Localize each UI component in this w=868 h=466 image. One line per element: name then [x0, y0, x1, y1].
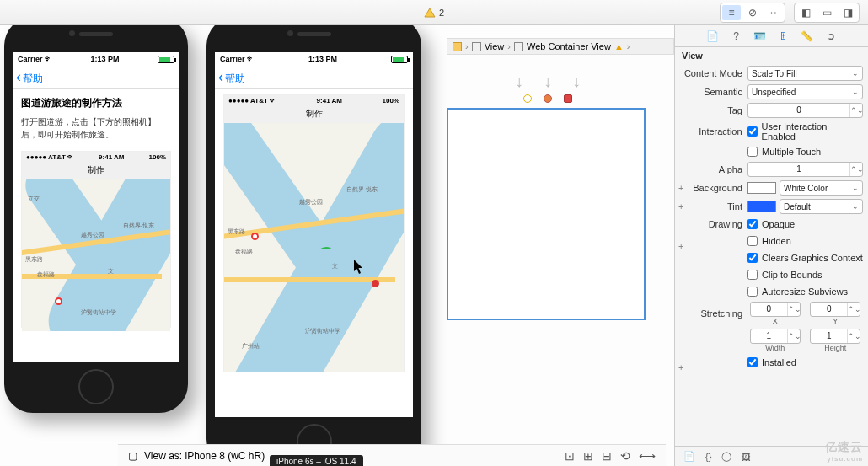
media-library-icon[interactable]: 🖼: [742, 452, 751, 462]
left-panel-icon[interactable]: ◧: [796, 5, 815, 20]
tint-select[interactable]: Default: [780, 199, 863, 214]
article-content: 图道游旅途的制作方法 打开图道游，点击【下方的照相机】后，即可开始制作旅途。: [13, 89, 179, 147]
stack-icon[interactable]: ⟷: [639, 449, 656, 463]
back-button[interactable]: 帮助: [218, 68, 245, 86]
map-preview: 越秀公园 自然界-悦东 盘福路 文 沪贤街站中学 黑东路 立交: [22, 179, 170, 331]
file-template-library-icon[interactable]: 📄: [683, 451, 695, 462]
map-pin-icon: [372, 280, 379, 287]
tint-row: Tint Default: [675, 197, 868, 216]
field-label: Stretching: [675, 308, 747, 319]
align-icon[interactable]: ⊞: [583, 449, 593, 463]
svg-marker-0: [425, 8, 435, 17]
bottom-panel-icon[interactable]: ▭: [817, 5, 836, 20]
attributes-inspector-icon[interactable]: 🎚: [777, 29, 790, 43]
stretch-x-stepper[interactable]: 0⌃⌄: [750, 302, 801, 317]
assistant-editor-icon[interactable]: ⊘: [743, 5, 762, 20]
version-editor-icon[interactable]: ↔: [764, 5, 783, 20]
chevron-right-icon: ›: [465, 41, 469, 51]
view-as-label[interactable]: View as: iPhone 8 (wC hR): [144, 450, 265, 462]
breadcrumb-item[interactable]: View: [485, 41, 505, 51]
semantic-row: Semantic Unspecified: [675, 83, 868, 101]
status-bar: Carrier ᯤ 1:13 PM: [13, 52, 179, 66]
field-label: Interaction: [675, 126, 747, 137]
storyboard-icon: [453, 42, 462, 51]
clip-bounds-checkbox[interactable]: Clip to Bounds: [747, 270, 822, 280]
clears-context-checkbox[interactable]: Clears Graphics Context: [747, 253, 863, 263]
tag-stepper[interactable]: 0⌃⌄: [747, 103, 863, 118]
canvas-scene-block: › View › Web Container View ▲ › ↓↓↓: [447, 72, 649, 320]
inner-title: 制作: [224, 106, 404, 123]
stretch-w-stepper[interactable]: 1⌃⌄: [750, 329, 801, 344]
interaction-row: Interaction User Interaction Enabled: [675, 120, 868, 143]
inner-battery: 100%: [383, 97, 399, 104]
scene-dock-item[interactable]: [564, 94, 572, 103]
stretching-row: Stretching 0⌃⌄ X 0⌃⌄ Y: [675, 300, 868, 327]
resolve-icon[interactable]: ⟲: [620, 449, 630, 463]
field-label: Semantic: [675, 87, 747, 97]
installed-checkbox[interactable]: Installed: [747, 357, 796, 367]
identity-inspector-icon[interactable]: 🪪: [753, 29, 767, 43]
standard-editor-icon[interactable]: ≡: [722, 5, 741, 20]
opaque-checkbox[interactable]: Opaque: [747, 219, 795, 229]
content-mode-select[interactable]: Scale To Fill: [747, 66, 863, 81]
chevron-right-icon: ›: [507, 41, 511, 51]
tag-row: Tag 0⌃⌄: [675, 101, 868, 120]
inner-carrier: ●●●●● AT&T ᯤ: [228, 97, 276, 104]
chevron-right-icon: ›: [627, 41, 630, 51]
file-inspector-icon[interactable]: 📄: [706, 29, 720, 43]
nav-bar: 帮助: [13, 66, 179, 89]
editor-mode-segment[interactable]: ≡ ⊘ ↔: [720, 3, 785, 23]
semantic-select[interactable]: Unspecified: [747, 84, 863, 99]
size-inspector-icon[interactable]: 📏: [801, 29, 814, 43]
status-carrier: Carrier ᯤ: [220, 55, 255, 63]
pin-icon[interactable]: ⊟: [602, 449, 612, 463]
installed-row: Installed: [675, 354, 868, 371]
field-label: Alpha: [675, 164, 747, 174]
view-icon: [514, 42, 523, 51]
route-path: [224, 123, 404, 249]
phone-speaker: [297, 32, 331, 36]
view-icon: [472, 42, 481, 51]
field-label: Background: [675, 183, 747, 193]
stretch-y-stepper[interactable]: 0⌃⌄: [810, 302, 860, 317]
jump-bar[interactable]: › View › Web Container View ▲ ›: [447, 38, 674, 55]
device-configuration-bar[interactable]: ▢ View as: iPhone 8 (wC hR) iPhone 6s – …: [118, 444, 666, 466]
scene-dock-item[interactable]: [523, 94, 532, 103]
editor-toolbar: 2 ≡ ⊘ ↔ ◧ ▭ ◨: [0, 0, 868, 25]
device-popover[interactable]: iPhone 6s – iOS 11.4: [270, 455, 363, 466]
background-select[interactable]: White Color: [780, 180, 863, 196]
breadcrumb-item[interactable]: Web Container View: [527, 41, 611, 51]
battery-icon: [391, 56, 408, 63]
issue-indicator[interactable]: 2: [424, 8, 444, 18]
autoresize-checkbox[interactable]: Autoresize Subviews: [747, 287, 848, 297]
panel-toggle-segment[interactable]: ◧ ▭ ◨: [794, 3, 860, 23]
scene-dock[interactable]: [447, 94, 649, 103]
object-library-icon[interactable]: ◯: [721, 451, 731, 462]
quickhelp-inspector-icon[interactable]: ?: [730, 29, 743, 43]
warning-icon[interactable]: ▲: [614, 41, 624, 51]
connections-inspector-icon[interactable]: ➲: [824, 29, 838, 43]
hidden-checkbox[interactable]: Hidden: [747, 236, 791, 246]
status-carrier: Carrier ᯤ: [18, 55, 52, 63]
field-label: Tag: [675, 105, 747, 115]
multiple-touch-checkbox[interactable]: Multiple Touch: [747, 147, 821, 157]
code-snippet-library-icon[interactable]: {}: [705, 452, 711, 462]
alpha-stepper[interactable]: 1⌃⌄: [747, 162, 863, 177]
status-time: 1:13 PM: [308, 55, 337, 63]
home-button[interactable]: [78, 369, 114, 404]
watermark: 亿速云 yisu.com: [825, 440, 863, 463]
stretch-h-stepper[interactable]: 1⌃⌄: [810, 329, 860, 344]
scene-dock-item[interactable]: [544, 94, 552, 103]
embed-icon[interactable]: ⊡: [565, 449, 575, 463]
tint-swatch[interactable]: [747, 201, 776, 212]
user-interaction-checkbox[interactable]: User Interaction Enabled: [747, 121, 863, 142]
selected-view-outline[interactable]: [447, 108, 646, 320]
article-title: 图道游旅途的制作方法: [21, 96, 171, 110]
embedded-screenshot: ●●●●● AT&T ᯤ 9:41 AM 100% 制作 越秀公园 自然界-悦东…: [21, 151, 171, 328]
right-panel-icon[interactable]: ◨: [839, 5, 857, 20]
back-button[interactable]: 帮助: [16, 68, 43, 86]
background-swatch[interactable]: [747, 182, 776, 194]
interface-builder-canvas[interactable]: Carrier ᯤ 1:13 PM 帮助 图道游旅途的制作方法 打开图道游，点击…: [0, 25, 674, 466]
device-outline-icon[interactable]: ▢: [128, 450, 137, 462]
inspector-tab-bar[interactable]: 📄 ? 🪪 🎚 📏 ➲: [675, 25, 868, 47]
